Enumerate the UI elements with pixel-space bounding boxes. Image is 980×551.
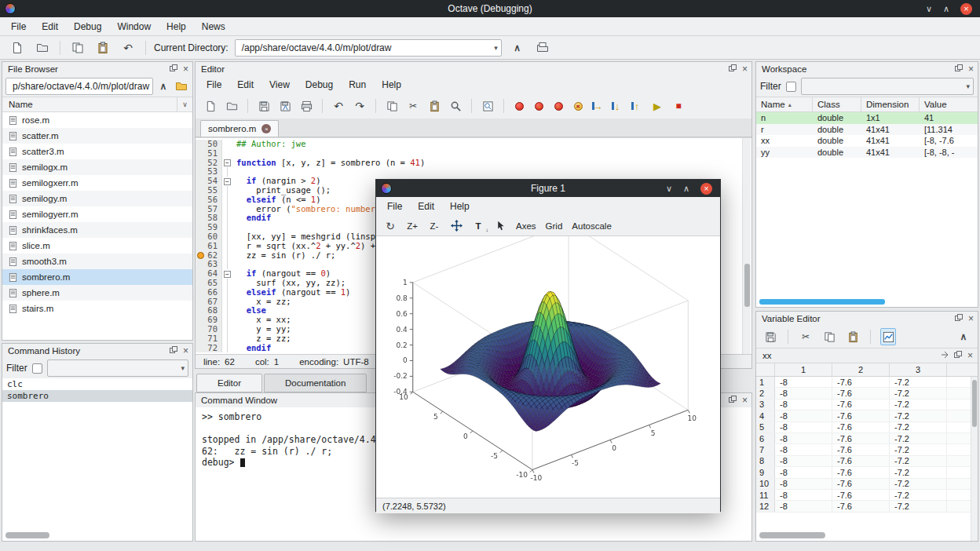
step-in-icon[interactable]: ↓ [611,100,623,112]
ve-row-header[interactable]: 9 [756,467,775,477]
tab-close-icon[interactable]: × [261,124,271,133]
code-line[interactable]: 52−function [x, y, z] = sombrero (n = 41… [196,159,751,168]
figure-plot-canvas[interactable] [376,236,720,495]
ve-cell[interactable]: -8 [775,456,832,466]
ve-corner-cell[interactable] [756,363,775,376]
ve-cell[interactable]: -8 [775,444,832,454]
print-icon[interactable] [299,98,313,114]
new-file-icon[interactable] [203,98,218,114]
paste-icon[interactable] [427,98,441,114]
autoscale-button[interactable]: Autoscale [572,221,612,231]
maximize-icon[interactable]: ∧ [943,4,949,14]
code-line[interactable]: 50## Author: jwe [196,140,751,149]
file-row[interactable]: smooth3.m [2,254,192,269]
ve-cell[interactable]: -7.2 [890,388,947,398]
pan-tool-icon[interactable] [450,220,463,232]
workspace-row[interactable]: rdouble41x41[11.314 [756,124,978,136]
file-browser-path-combo[interactable]: p/share/octave/4.4.0/m/plot/draw ▾ [5,78,153,95]
ve-cell[interactable]: -8 [775,388,832,398]
maximize-icon[interactable]: ∧ [683,184,689,194]
stop-icon[interactable]: ■ [671,98,686,114]
ve-cell[interactable]: -7.6 [832,490,890,500]
scrollbar-thumb[interactable] [744,264,750,307]
one-directory-up-icon[interactable]: ∧ [508,38,527,57]
text-tool-icon[interactable]: T↓ [472,221,485,231]
variable-grid[interactable]: 123 1-8-7.6-7.22-8-7.6-7.23-8-7.6-7.24-8… [756,363,978,541]
collapse-icon[interactable]: ∧ [956,328,971,345]
select-tool-icon[interactable] [494,221,506,231]
file-row[interactable]: slice.m [2,238,192,254]
ve-row-header[interactable]: 6 [756,433,775,443]
menu-debug[interactable]: Debug [66,19,109,35]
paste-icon[interactable] [845,328,861,345]
toggle-breakpoint-icon[interactable] [513,100,525,112]
close-icon[interactable]: × [700,183,712,195]
fold-marker-icon[interactable]: − [224,271,231,278]
column-dropdown-icon[interactable]: ∨ [177,97,192,111]
ve-cell[interactable]: -7.6 [832,467,890,477]
ve-cell[interactable]: -7.2 [890,411,947,421]
ve-hscrollbar[interactable] [759,532,825,538]
ve-cell[interactable]: -7.6 [832,444,890,454]
ve-cell[interactable]: -7.2 [890,479,947,489]
fold-marker-icon[interactable]: − [224,159,231,166]
ve-cell[interactable]: -7.6 [832,501,890,511]
ve-cell[interactable]: -8 [775,501,832,511]
ve-cell[interactable]: -7.2 [890,377,947,387]
find-files-icon[interactable] [481,98,495,114]
paste-icon[interactable] [93,38,112,57]
ve-cell[interactable]: -7.6 [832,433,890,443]
previous-breakpoint-icon[interactable]: ← [552,100,565,112]
dropdown-icon[interactable]: ▾ [149,82,153,90]
zoom-out-tool[interactable]: Z- [428,221,441,231]
workspace-row[interactable]: xxdouble41x41[-8, -7.6 [756,135,978,147]
float-panel-icon[interactable] [955,314,963,323]
workspace-filter-combo[interactable]: ▾ [801,78,974,95]
file-row[interactable]: shrinkfaces.m [2,222,192,238]
fold-column[interactable]: − [222,177,232,186]
ve-cell[interactable]: -7.6 [832,377,890,387]
ve-cell[interactable]: -7.6 [832,388,890,398]
ve-cell[interactable]: -8 [775,377,832,387]
menu-help[interactable]: Help [159,19,194,35]
redo-icon[interactable]: ↷ [353,98,367,114]
grid-button[interactable]: Grid [546,221,563,231]
ve-row-header[interactable]: 5 [756,422,775,432]
plot-variable-icon[interactable] [880,328,896,345]
close-panel-icon[interactable]: × [968,64,974,75]
file-row[interactable]: sphere.m [2,285,192,301]
save-as-icon[interactable] [278,98,292,114]
ve-column-header[interactable]: 3 [890,363,947,376]
workspace-hscrollbar[interactable] [759,299,885,305]
save-icon[interactable] [257,98,271,114]
figure-menu-edit[interactable]: Edit [410,199,442,214]
history-filter-combo[interactable]: ▾ [47,359,188,377]
editor-vscrollbar[interactable] [742,138,751,354]
close-panel-icon[interactable]: × [742,64,748,75]
filter-checkbox[interactable] [786,82,796,92]
history-item[interactable]: sombrero [2,390,192,402]
ve-row-header[interactable]: 12 [756,501,775,511]
ve-cell[interactable]: -8 [775,433,832,443]
ve-cell[interactable]: -7.6 [832,422,890,432]
ve-row-header[interactable]: 10 [756,479,775,489]
ve-cell[interactable]: -8 [775,467,832,477]
new-script-icon[interactable] [8,38,27,57]
ve-row-header[interactable]: 7 [756,444,775,454]
axes-button[interactable]: Axes [516,221,536,231]
minimize-icon[interactable]: ∨ [666,184,672,194]
step-out-icon[interactable]: ↑ [631,100,643,112]
ve-row-header[interactable]: 3 [756,400,775,410]
copy-icon[interactable] [821,328,837,345]
editor-menu-help[interactable]: Help [374,77,409,93]
float-panel-icon[interactable] [729,64,737,74]
menu-file[interactable]: File [3,19,34,35]
copy-icon[interactable] [68,38,87,57]
ve-cell[interactable]: -7.6 [832,400,890,410]
tab-documentation[interactable]: Documentation [264,374,367,392]
figure-menu-help[interactable]: Help [442,199,477,214]
ve-cell[interactable]: -8 [775,411,832,421]
ve-cell[interactable]: -7.2 [890,490,947,500]
text-cursor[interactable] [240,458,245,467]
close-panel-icon[interactable]: × [183,345,188,356]
